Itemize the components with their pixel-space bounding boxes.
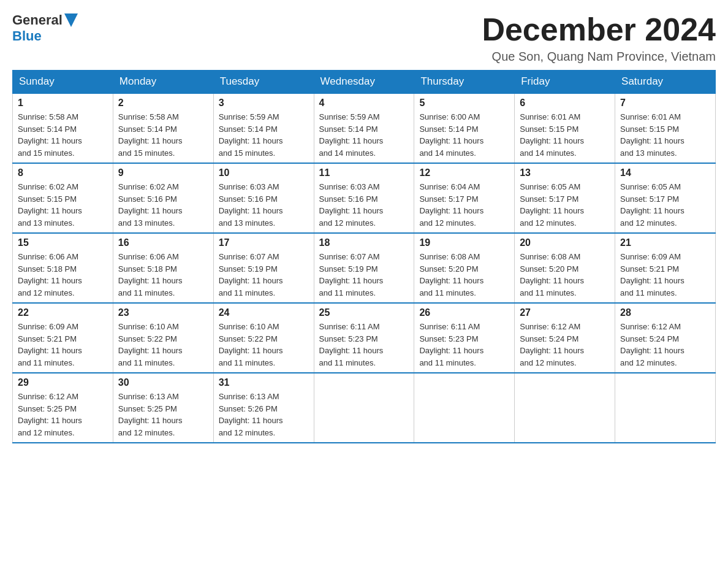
day-info: Sunrise: 5:58 AM Sunset: 5:14 PM Dayligh… — [18, 111, 108, 159]
page-header: General Blue December 2024 Que Son, Quan… — [12, 12, 716, 64]
calendar-cell: 5 Sunrise: 6:00 AM Sunset: 5:14 PM Dayli… — [414, 93, 515, 163]
day-info: Sunrise: 6:04 AM Sunset: 5:17 PM Dayligh… — [419, 181, 509, 229]
calendar-cell: 27 Sunrise: 6:12 AM Sunset: 5:24 PM Dayl… — [515, 303, 615, 373]
calendar-cell: 3 Sunrise: 5:59 AM Sunset: 5:14 PM Dayli… — [213, 93, 314, 163]
day-info: Sunrise: 5:59 AM Sunset: 5:14 PM Dayligh… — [319, 111, 409, 159]
calendar-cell: 6 Sunrise: 6:01 AM Sunset: 5:15 PM Dayli… — [515, 93, 615, 163]
day-number: 24 — [219, 307, 309, 318]
day-info: Sunrise: 6:07 AM Sunset: 5:19 PM Dayligh… — [219, 251, 309, 299]
day-info: Sunrise: 6:13 AM Sunset: 5:25 PM Dayligh… — [118, 391, 208, 439]
day-number: 1 — [18, 98, 108, 109]
day-info: Sunrise: 6:10 AM Sunset: 5:22 PM Dayligh… — [118, 321, 208, 369]
day-info: Sunrise: 6:01 AM Sunset: 5:15 PM Dayligh… — [520, 111, 610, 159]
calendar-day-header: Thursday — [414, 71, 515, 94]
day-number: 10 — [219, 167, 309, 178]
calendar-cell: 12 Sunrise: 6:04 AM Sunset: 5:17 PM Dayl… — [414, 163, 515, 233]
calendar-cell: 22 Sunrise: 6:09 AM Sunset: 5:21 PM Dayl… — [13, 303, 113, 373]
day-number: 28 — [620, 307, 710, 318]
day-info: Sunrise: 6:02 AM Sunset: 5:15 PM Dayligh… — [18, 181, 108, 229]
calendar-cell: 10 Sunrise: 6:03 AM Sunset: 5:16 PM Dayl… — [213, 163, 314, 233]
day-number: 18 — [319, 237, 409, 248]
calendar-day-header: Tuesday — [213, 71, 314, 94]
calendar-cell: 15 Sunrise: 6:06 AM Sunset: 5:18 PM Dayl… — [13, 233, 113, 303]
calendar-cell: 14 Sunrise: 6:05 AM Sunset: 5:17 PM Dayl… — [615, 163, 716, 233]
calendar-cell: 13 Sunrise: 6:05 AM Sunset: 5:17 PM Dayl… — [515, 163, 615, 233]
calendar-cell: 11 Sunrise: 6:03 AM Sunset: 5:16 PM Dayl… — [314, 163, 414, 233]
day-info: Sunrise: 6:11 AM Sunset: 5:23 PM Dayligh… — [319, 321, 409, 369]
day-number: 19 — [419, 237, 509, 248]
day-number: 6 — [520, 98, 610, 109]
logo-blue-text: Blue — [12, 28, 42, 44]
calendar-week-row: 1 Sunrise: 5:58 AM Sunset: 5:14 PM Dayli… — [13, 93, 716, 163]
day-number: 25 — [319, 307, 409, 318]
calendar-cell: 4 Sunrise: 5:59 AM Sunset: 5:14 PM Dayli… — [314, 93, 414, 163]
day-number: 11 — [319, 167, 409, 178]
day-number: 2 — [118, 98, 208, 109]
day-info: Sunrise: 6:05 AM Sunset: 5:17 PM Dayligh… — [520, 181, 610, 229]
calendar-table: SundayMondayTuesdayWednesdayThursdayFrid… — [12, 70, 716, 443]
calendar-cell: 21 Sunrise: 6:09 AM Sunset: 5:21 PM Dayl… — [615, 233, 716, 303]
day-number: 29 — [18, 377, 108, 388]
calendar-cell: 16 Sunrise: 6:06 AM Sunset: 5:18 PM Dayl… — [113, 233, 213, 303]
calendar-day-header: Sunday — [13, 71, 113, 94]
day-number: 4 — [319, 98, 409, 109]
calendar-cell: 26 Sunrise: 6:11 AM Sunset: 5:23 PM Dayl… — [414, 303, 515, 373]
day-info: Sunrise: 6:12 AM Sunset: 5:24 PM Dayligh… — [620, 321, 710, 369]
day-info: Sunrise: 5:58 AM Sunset: 5:14 PM Dayligh… — [118, 111, 208, 159]
day-info: Sunrise: 6:05 AM Sunset: 5:17 PM Dayligh… — [620, 181, 710, 229]
day-number: 27 — [520, 307, 610, 318]
logo-general-text: General — [12, 12, 63, 28]
calendar-week-row: 22 Sunrise: 6:09 AM Sunset: 5:21 PM Dayl… — [13, 303, 716, 373]
day-info: Sunrise: 6:09 AM Sunset: 5:21 PM Dayligh… — [620, 251, 710, 299]
day-number: 3 — [219, 98, 309, 109]
calendar-cell: 31 Sunrise: 6:13 AM Sunset: 5:26 PM Dayl… — [213, 373, 314, 443]
calendar-cell: 8 Sunrise: 6:02 AM Sunset: 5:15 PM Dayli… — [13, 163, 113, 233]
calendar-cell: 1 Sunrise: 5:58 AM Sunset: 5:14 PM Dayli… — [13, 93, 113, 163]
day-info: Sunrise: 6:01 AM Sunset: 5:15 PM Dayligh… — [620, 111, 710, 159]
day-number: 12 — [419, 167, 509, 178]
calendar-cell: 30 Sunrise: 6:13 AM Sunset: 5:25 PM Dayl… — [113, 373, 213, 443]
month-title: December 2024 — [482, 12, 716, 47]
title-section: December 2024 Que Son, Quang Nam Provinc… — [482, 12, 716, 64]
day-info: Sunrise: 6:02 AM Sunset: 5:16 PM Dayligh… — [118, 181, 208, 229]
day-number: 23 — [118, 307, 208, 318]
day-number: 31 — [219, 377, 309, 388]
day-info: Sunrise: 5:59 AM Sunset: 5:14 PM Dayligh… — [219, 111, 309, 159]
calendar-cell: 18 Sunrise: 6:07 AM Sunset: 5:19 PM Dayl… — [314, 233, 414, 303]
day-number: 9 — [118, 167, 208, 178]
day-info: Sunrise: 6:11 AM Sunset: 5:23 PM Dayligh… — [419, 321, 509, 369]
calendar-week-row: 29 Sunrise: 6:12 AM Sunset: 5:25 PM Dayl… — [13, 373, 716, 443]
calendar-cell — [615, 373, 716, 443]
calendar-cell: 25 Sunrise: 6:11 AM Sunset: 5:23 PM Dayl… — [314, 303, 414, 373]
day-info: Sunrise: 6:10 AM Sunset: 5:22 PM Dayligh… — [219, 321, 309, 369]
day-info: Sunrise: 6:13 AM Sunset: 5:26 PM Dayligh… — [219, 391, 309, 439]
calendar-cell: 28 Sunrise: 6:12 AM Sunset: 5:24 PM Dayl… — [615, 303, 716, 373]
day-number: 22 — [18, 307, 108, 318]
day-number: 8 — [18, 167, 108, 178]
calendar-week-row: 15 Sunrise: 6:06 AM Sunset: 5:18 PM Dayl… — [13, 233, 716, 303]
day-number: 30 — [118, 377, 208, 388]
svg-marker-0 — [64, 13, 78, 27]
day-info: Sunrise: 6:06 AM Sunset: 5:18 PM Dayligh… — [18, 251, 108, 299]
location-text: Que Son, Quang Nam Province, Vietnam — [482, 50, 716, 64]
day-number: 21 — [620, 237, 710, 248]
day-number: 7 — [620, 98, 710, 109]
day-info: Sunrise: 6:12 AM Sunset: 5:25 PM Dayligh… — [18, 391, 108, 439]
day-number: 5 — [419, 98, 509, 109]
calendar-cell — [314, 373, 414, 443]
calendar-cell: 29 Sunrise: 6:12 AM Sunset: 5:25 PM Dayl… — [13, 373, 113, 443]
calendar-week-row: 8 Sunrise: 6:02 AM Sunset: 5:15 PM Dayli… — [13, 163, 716, 233]
day-info: Sunrise: 6:06 AM Sunset: 5:18 PM Dayligh… — [118, 251, 208, 299]
calendar-cell: 9 Sunrise: 6:02 AM Sunset: 5:16 PM Dayli… — [113, 163, 213, 233]
calendar-header-row: SundayMondayTuesdayWednesdayThursdayFrid… — [13, 71, 716, 94]
day-number: 17 — [219, 237, 309, 248]
day-info: Sunrise: 6:03 AM Sunset: 5:16 PM Dayligh… — [319, 181, 409, 229]
day-number: 20 — [520, 237, 610, 248]
day-info: Sunrise: 6:12 AM Sunset: 5:24 PM Dayligh… — [520, 321, 610, 369]
logo-triangle-icon — [64, 13, 78, 27]
calendar-day-header: Saturday — [615, 71, 716, 94]
calendar-cell — [515, 373, 615, 443]
calendar-cell — [414, 373, 515, 443]
day-info: Sunrise: 6:00 AM Sunset: 5:14 PM Dayligh… — [419, 111, 509, 159]
day-number: 26 — [419, 307, 509, 318]
